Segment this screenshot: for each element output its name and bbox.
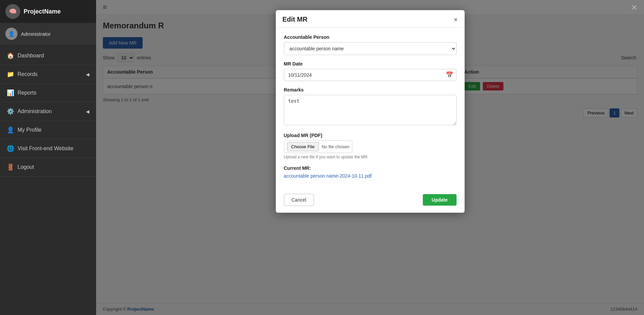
globe-icon: 🌐 [7,145,14,152]
edit-mr-modal: Edit MR × Accountable Person accountable… [276,10,465,213]
profile-icon: 👤 [7,126,14,134]
sidebar-logo: 🧠 [5,4,20,19]
modal-body: Accountable Person accountable person na… [276,28,465,188]
upload-hint: Upload a new file if you want to update … [284,155,457,159]
sidebar-item-label: My Profile [18,127,41,133]
chevron-icon: ◀ [86,72,89,77]
dashboard-icon: 🏠 [7,52,14,59]
sidebar-item-visit-frontend[interactable]: 🌐 Visit Front-end Website [0,139,96,158]
modal-close-button[interactable]: × [454,16,458,23]
sidebar-item-label: Dashboard [18,53,44,59]
modal-header: Edit MR × [276,10,465,28]
update-button[interactable]: Update [423,194,456,206]
sidebar-header: 🧠 ProjectName [0,0,96,23]
sidebar-username: Administrator [21,31,51,37]
administration-icon: ⚙️ [7,108,14,115]
sidebar-project-name: ProjectName [24,8,61,15]
remarks-label: Remarks [284,87,457,93]
sidebar-item-records[interactable]: 📁 Records ◀ [0,65,96,84]
modal-footer: Cancel Update [276,188,465,213]
date-wrapper: 📅 [284,69,457,81]
file-input-wrapper: Choose File No file chosen [284,140,353,153]
sidebar-item-my-profile[interactable]: 👤 My Profile [0,121,96,139]
sidebar-item-administration[interactable]: ⚙️ Administration ◀ [0,102,96,121]
cancel-button[interactable]: Cancel [284,194,314,206]
records-icon: 📁 [7,71,14,78]
remarks-textarea[interactable]: test [284,95,457,125]
modal-overlay: Edit MR × Accountable Person accountable… [96,0,644,315]
sidebar-item-label: Logout [18,164,34,170]
current-mr-label: Current MR: [284,165,457,171]
logout-icon: 🚪 [7,163,14,171]
sidebar-item-label: Reports [18,90,36,96]
accountable-person-group: Accountable Person accountable person na… [284,34,457,55]
sidebar: 🧠 ProjectName 👤 Administrator 🏠 Dashboar… [0,0,96,315]
file-name-display: No file chosen [322,144,349,149]
current-mr-link[interactable]: accountable person name-2024-10-11.pdf [284,173,372,179]
sidebar-user: 👤 Administrator [0,23,96,45]
mr-date-input[interactable] [284,69,457,81]
sidebar-nav: 🏠 Dashboard 📁 Records ◀ 📊 Reports ⚙️ Adm… [0,45,96,315]
sidebar-item-logout[interactable]: 🚪 Logout [0,158,96,177]
sidebar-item-dashboard[interactable]: 🏠 Dashboard [0,47,96,65]
remarks-group: Remarks test [284,87,457,127]
mr-date-label: MR Date [284,61,457,67]
fullscreen-close-button[interactable]: ✕ [631,3,637,12]
choose-file-button[interactable]: Choose File [287,142,319,151]
upload-mr-label: Upload MR (PDF) [284,133,457,138]
current-mr-group: Current MR: accountable person name-2024… [284,165,457,179]
chevron-icon: ◀ [86,109,89,114]
main-inner: ≡ Memorandum R Add New MR Show 10 25 50 … [96,0,644,315]
upload-mr-group: Upload MR (PDF) Choose File No file chos… [284,133,457,159]
accountable-person-select[interactable]: accountable person name [284,42,457,55]
user-avatar: 👤 [5,28,18,40]
sidebar-item-label: Visit Front-end Website [18,146,74,152]
main-content: ≡ Memorandum R Add New MR Show 10 25 50 … [96,0,644,315]
mr-date-group: MR Date 📅 [284,61,457,81]
reports-icon: 📊 [7,89,14,97]
sidebar-item-reports[interactable]: 📊 Reports [0,84,96,102]
sidebar-item-label: Records [18,71,38,77]
accountable-person-label: Accountable Person [284,34,457,40]
sidebar-item-label: Administration [18,108,52,114]
modal-title: Edit MR [283,16,308,23]
